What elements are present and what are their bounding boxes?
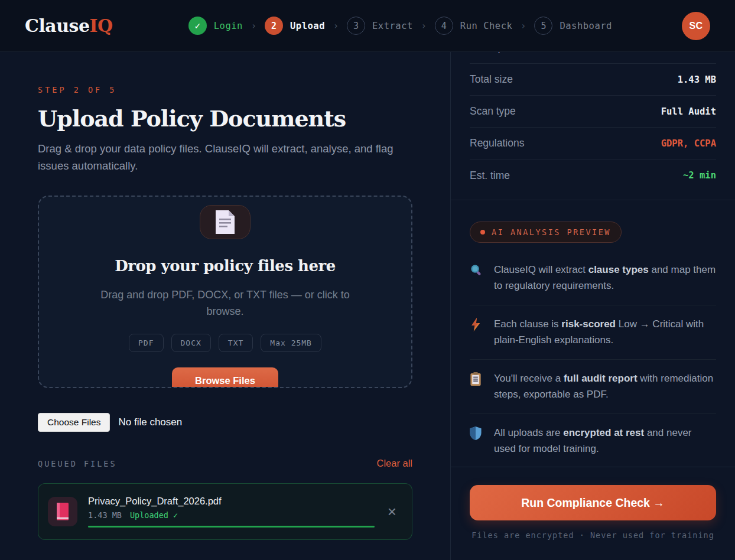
- step-extract[interactable]: 3 Extract: [347, 17, 413, 35]
- clipboard-icon: [470, 371, 484, 402]
- insight-encryption: All uploads are encrypted at rest and ne…: [470, 414, 716, 467]
- upload-progress-track: [88, 526, 375, 528]
- file-input-status: No file chosen: [118, 416, 182, 428]
- file-meta: 1.43 MB Uploaded ✓: [88, 510, 375, 520]
- insight-list: ClauseIQ will extract clause types and m…: [470, 251, 716, 467]
- file-name: Privacy_Policy_Draft_2026.pdf: [88, 496, 375, 507]
- insight-text: Each clause is risk-scored Low → Critica…: [494, 317, 716, 348]
- step-upload[interactable]: 2 Upload: [265, 17, 325, 35]
- app-root: ClauseIQ ✓ Login › 2 Upload › 3 Extract …: [0, 0, 735, 560]
- page-subtitle: Drag & drop your data policy files. Clau…: [38, 140, 410, 174]
- queued-file-card: Privacy_Policy_Draft_2026.pdf 1.43 MB Up…: [38, 483, 412, 540]
- pdf-book-icon: [55, 502, 70, 521]
- insight-audit-report: You'll receive a full audit report with …: [470, 360, 716, 414]
- upload-progress-fill: [88, 526, 375, 528]
- file-upload-status: Uploaded ✓: [130, 510, 178, 520]
- summary-label: Total size: [470, 73, 513, 86]
- summary-value: ~2 min: [683, 170, 716, 181]
- upload-main-panel: STEP 2 OF 5 Upload Policy Documents Drag…: [0, 52, 451, 560]
- sidebar-scroll-area[interactable]: Files queued 1 Total size 1.43 MB Scan t…: [451, 52, 735, 467]
- step-run-check-label: Run Check: [460, 21, 513, 31]
- chip-docx: DOCX: [171, 334, 211, 352]
- avatar[interactable]: SC: [682, 12, 710, 40]
- clauseiq-logo: ClauseIQ: [25, 15, 113, 36]
- dropzone-heading: Drop your policy files here: [39, 257, 411, 275]
- summary-value: 1: [711, 52, 716, 53]
- analysis-sidebar: Files queued 1 Total size 1.43 MB Scan t…: [451, 52, 735, 560]
- step-dashboard-label: Dashboard: [560, 21, 612, 31]
- encryption-footnote: Files are encrypted · Never used for tra…: [470, 530, 716, 540]
- logo-text-main: Clause: [25, 15, 90, 36]
- dropzone-hint: Drag and drop PDF, DOCX, or TXT files — …: [92, 286, 358, 320]
- chevron-separator-icon: ›: [521, 21, 526, 31]
- insight-text: You'll receive a full audit report with …: [494, 371, 716, 402]
- insight-text: ClauseIQ will extract clause types and m…: [494, 262, 716, 294]
- chevron-separator-icon: ›: [251, 21, 256, 31]
- summary-value: 1.43 MB: [678, 74, 716, 85]
- native-file-input: Choose Files No file chosen: [38, 413, 412, 432]
- summary-row-regulations: Regulations GDPR, CCPA: [470, 128, 716, 159]
- insight-clause-types: ClauseIQ will extract clause types and m…: [470, 251, 716, 305]
- step-run-check-number: 4: [435, 17, 453, 35]
- app-header: ClauseIQ ✓ Login › 2 Upload › 3 Extract …: [0, 0, 735, 52]
- chip-max-size: Max 25MB: [261, 334, 321, 352]
- filetype-chips: PDF DOCX TXT Max 25MB: [39, 334, 411, 352]
- close-icon[interactable]: ×: [385, 502, 399, 522]
- browse-files-button[interactable]: Browse Files: [172, 367, 278, 388]
- check-icon: ✓: [188, 17, 207, 35]
- chevron-separator-icon: ›: [333, 21, 339, 31]
- search-icon: [470, 262, 484, 294]
- chip-pdf: PDF: [129, 334, 163, 352]
- step-extract-number: 3: [347, 17, 365, 35]
- file-info: Privacy_Policy_Draft_2026.pdf 1.43 MB Up…: [88, 496, 375, 528]
- lightning-icon: [470, 317, 484, 348]
- summary-label: Scan type: [470, 105, 516, 118]
- queue-header: QUEUED FILES Clear all: [38, 458, 412, 469]
- choose-files-button[interactable]: Choose Files: [38, 413, 110, 432]
- document-icon: [214, 209, 236, 235]
- summary-label: Files queued: [470, 52, 529, 54]
- scan-summary-table: Files queued 1 Total size 1.43 MB Scan t…: [451, 52, 735, 191]
- dot-icon: [480, 230, 485, 235]
- summary-row-scan-type: Scan type Full Audit: [470, 96, 716, 128]
- clear-all-link[interactable]: Clear all: [376, 458, 412, 469]
- file-size: 1.43 MB: [88, 510, 122, 520]
- summary-label: Est. time: [470, 170, 510, 182]
- summary-row-est-time: Est. time ~2 min: [470, 159, 716, 191]
- ai-preview-badge-label: AI ANALYSIS PREVIEW: [492, 227, 611, 237]
- ai-preview-badge: AI ANALYSIS PREVIEW: [470, 222, 622, 243]
- document-icon-badge: [200, 205, 251, 239]
- summary-row-files-queued: Files queued 1: [470, 52, 716, 64]
- file-dropzone[interactable]: Drop your policy files here Drag and dro…: [38, 196, 412, 388]
- pdf-file-icon-box: [48, 497, 77, 526]
- page-title: Upload Policy Documents: [38, 105, 412, 132]
- shield-icon: [470, 425, 484, 457]
- step-extract-label: Extract: [372, 21, 413, 31]
- summary-row-total-size: Total size 1.43 MB: [470, 64, 716, 96]
- step-login[interactable]: ✓ Login: [188, 17, 243, 35]
- ai-analysis-preview-section: AI ANALYSIS PREVIEW ClauseIQ: [451, 200, 735, 467]
- insight-text: All uploads are encrypted at rest and ne…: [494, 425, 716, 457]
- step-run-check[interactable]: 4 Run Check: [435, 17, 513, 35]
- step-dashboard[interactable]: 5 Dashboard: [534, 17, 612, 35]
- summary-value: GDPR, CCPA: [661, 138, 716, 149]
- chip-txt: TXT: [219, 334, 253, 352]
- run-compliance-check-button[interactable]: Run Compliance Check →: [470, 485, 716, 520]
- step-dashboard-number: 5: [534, 17, 552, 35]
- step-upload-label: Upload: [290, 21, 325, 31]
- queued-files-heading: QUEUED FILES: [38, 459, 117, 468]
- stepper-nav: ✓ Login › 2 Upload › 3 Extract › 4 Run C…: [136, 17, 664, 35]
- sidebar-footer: Run Compliance Check → Files are encrypt…: [451, 467, 735, 560]
- page-body: STEP 2 OF 5 Upload Policy Documents Drag…: [0, 52, 735, 560]
- summary-value: Full Audit: [661, 106, 716, 117]
- chevron-separator-icon: ›: [421, 21, 427, 31]
- step-login-label: Login: [214, 21, 243, 31]
- insight-risk-scored: Each clause is risk-scored Low → Critica…: [470, 305, 716, 360]
- summary-label: Regulations: [470, 137, 524, 149]
- step-eyebrow: STEP 2 OF 5: [38, 85, 412, 95]
- logo-text-accent: IQ: [90, 15, 113, 36]
- step-upload-number: 2: [265, 17, 283, 35]
